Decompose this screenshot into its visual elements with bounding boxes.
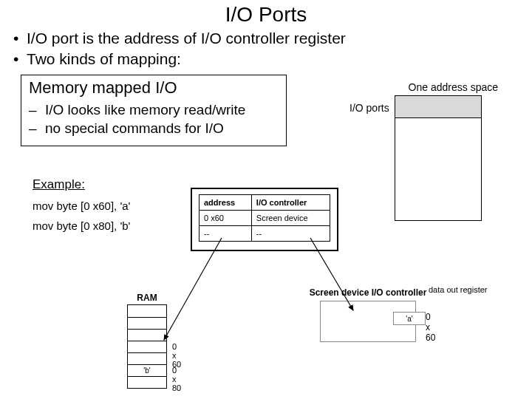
arrow-line xyxy=(164,238,222,340)
bullet-dot-icon: • xyxy=(13,28,27,49)
code-line: mov byte [0 x60], 'a' xyxy=(33,200,130,212)
address-space-diagram: One address space I/O ports xyxy=(349,81,504,221)
controller-title: Screen device I/O controller xyxy=(309,288,427,298)
box-title: Memory mapped I/O xyxy=(29,78,279,98)
table-cell: 0 x60 xyxy=(200,211,252,226)
table-cell: -- xyxy=(251,226,330,242)
table-header: I/O controller xyxy=(251,195,330,211)
dash-icon: – xyxy=(29,100,45,120)
dash-icon: – xyxy=(29,119,45,138)
slide-title: I/O Ports xyxy=(0,3,532,27)
io-ports-label: I/O ports xyxy=(349,102,389,114)
mapping-table: address I/O controller 0 x60 Screen devi… xyxy=(199,194,330,242)
dash-item: I/O looks like memory read/write xyxy=(45,100,245,120)
example-heading: Example: xyxy=(33,177,130,192)
bullet-list: •I/O port is the address of I/O controll… xyxy=(13,28,532,70)
code-line: mov byte [0 x80], 'b' xyxy=(33,219,130,232)
table-row: -- -- xyxy=(200,226,330,242)
dash-item: no special commands for I/O xyxy=(45,119,224,138)
dash-list: –I/O looks like memory read/write –no sp… xyxy=(29,100,279,138)
ram-box: 0 x 60 'b'0 x 80 xyxy=(127,304,167,389)
controller-box: 'a' xyxy=(320,301,416,342)
bullet-dot-icon: • xyxy=(13,49,27,69)
memory-mapped-box: Memory mapped I/O –I/O looks like memory… xyxy=(21,75,287,146)
table-header: address xyxy=(200,195,252,211)
ram-label: RAM xyxy=(127,293,167,303)
table-cell: Screen device xyxy=(251,211,330,226)
mapping-table-box: address I/O controller 0 x60 Screen devi… xyxy=(191,188,338,251)
table-cell: -- xyxy=(200,226,252,242)
ram-diagram: RAM 0 x 60 'b'0 x 80 xyxy=(127,293,167,389)
bullet-item: I/O port is the address of I/O controlle… xyxy=(27,28,346,49)
controller-diagram: Screen device I/O controller 'a' data ou… xyxy=(309,288,427,342)
ram-address: 0 x 60 xyxy=(172,342,181,369)
controller-register: 'a' xyxy=(393,312,426,325)
diagram-caption: One address space xyxy=(349,81,498,93)
controller-addr: 0 x 60 xyxy=(426,312,435,343)
data-out-label: data out register xyxy=(429,285,488,294)
table-row: 0 x60 Screen device xyxy=(200,211,330,226)
example-block: Example: mov byte [0 x60], 'a' mov byte … xyxy=(33,177,130,232)
address-space-rect: I/O ports xyxy=(395,95,482,221)
bullet-item: Two kinds of mapping: xyxy=(27,49,181,69)
ram-address: 0 x 80 xyxy=(172,366,181,392)
ram-value: 'b' xyxy=(128,365,166,377)
io-ports-region xyxy=(395,96,481,118)
